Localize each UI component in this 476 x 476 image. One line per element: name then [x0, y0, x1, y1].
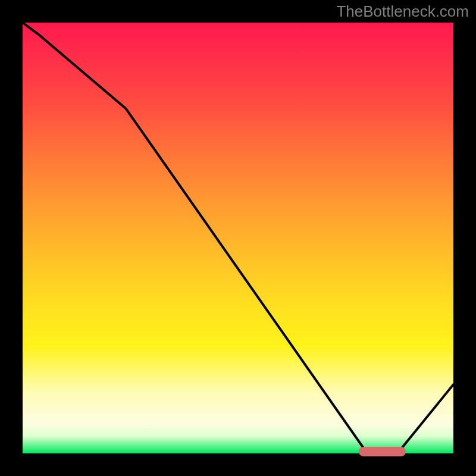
watermark-text: TheBottleneck.com — [336, 2, 469, 21]
plot-area — [23, 23, 453, 453]
chart-container: TheBottleneck.com — [0, 0, 476, 476]
optimal-range-marker — [359, 447, 406, 456]
bottleneck-curve — [23, 23, 453, 453]
